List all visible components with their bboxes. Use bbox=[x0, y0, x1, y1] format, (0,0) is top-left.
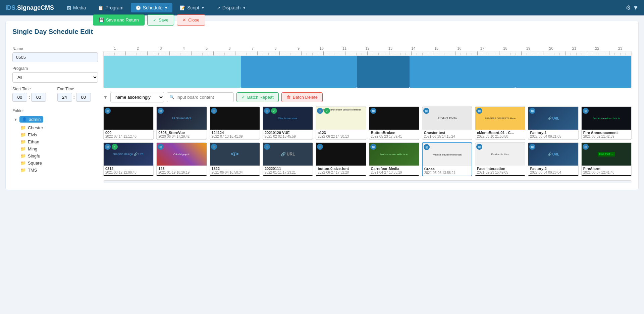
media-card-factory1[interactable]: ⊞ 🔗 URL Factory-1 2022-05-04 09:21:05 bbox=[528, 106, 578, 140]
media-card-carrefour[interactable]: ⊞ Nature scene with face Carrefour-Media… bbox=[369, 142, 419, 176]
top-navigation: iDS.SignageCMS 🖼 Media 📋 Program 🕐 Sched… bbox=[0, 0, 644, 15]
settings-gear-icon[interactable]: ⚙ ▼ bbox=[626, 4, 639, 11]
media-card-faceinteraction[interactable]: ⊞ Product bottles Face Interaction 2021-… bbox=[475, 142, 525, 176]
ru57 bbox=[412, 53, 417, 55]
media-icon: 🖼 bbox=[67, 5, 71, 10]
close-button[interactable]: ✕ Close bbox=[177, 14, 205, 26]
media-info-factory1: Factory-1 2022-05-04 09:21:05 bbox=[528, 130, 578, 139]
hour-14: 14 bbox=[402, 46, 425, 50]
media-name-faceinteraction: Face Interaction bbox=[477, 167, 523, 171]
timeline-segment-4[interactable] bbox=[410, 56, 515, 88]
start-hour-input[interactable] bbox=[12, 93, 27, 102]
green-badge-icon-0312: ✓ bbox=[113, 145, 116, 148]
media-thumb-faceinteraction: Product bottles bbox=[475, 143, 525, 166]
program-select[interactable]: All bbox=[12, 72, 98, 83]
end-minute-input[interactable] bbox=[76, 93, 91, 102]
ru75 bbox=[511, 53, 516, 55]
media-card-factory2[interactable]: ⊞ 🔗 URL Factory-2 2022-05-04 09:26:04 bbox=[528, 142, 578, 176]
media-name-buttonbroken: ButtonBroken bbox=[371, 131, 417, 135]
timeline-segment-1[interactable] bbox=[104, 56, 241, 88]
media-name-cross: Cross bbox=[424, 167, 470, 171]
media-name-fireannouncement: Fire Announcement bbox=[583, 131, 630, 135]
ru74 bbox=[505, 53, 511, 55]
admin-user-icon: 👤 bbox=[22, 117, 27, 122]
nav-media[interactable]: 🖼 Media bbox=[62, 3, 91, 12]
media-card-20220111[interactable]: ⊞ 🔗 URL 20220111 2022-01-11 17:23:21 bbox=[263, 142, 313, 176]
tree-item-singfu[interactable]: 📁 Singfu bbox=[19, 152, 98, 160]
nav-program[interactable]: 📋 Program bbox=[93, 3, 128, 12]
media-date-carrefour: 2021-04-27 13:55:19 bbox=[371, 171, 417, 174]
media-card-124124[interactable]: ⊞ 124124 2022-07-13 16:41:09 bbox=[210, 106, 260, 140]
search-container: 🔍 bbox=[167, 92, 234, 102]
media-card-vue[interactable]: ⊞ ✓ Win Screenshot 20210120 VUE 2021-02-… bbox=[263, 106, 313, 140]
tree-item-ethan[interactable]: 📁 Ethan bbox=[19, 138, 98, 145]
ru8 bbox=[142, 51, 148, 55]
ru87 bbox=[577, 53, 582, 55]
ru95 bbox=[621, 53, 626, 55]
windows-icon-3: ⊞ bbox=[213, 109, 215, 113]
batch-delete-button[interactable]: 🗑 Batch Delete bbox=[281, 92, 323, 102]
media-card-emenuboard[interactable]: ⊞ BURGERS DESSERTS Menu eMenuBoard-01 - … bbox=[475, 106, 525, 140]
search-input[interactable] bbox=[167, 92, 234, 102]
media-date-000: 2022-07-14 11:12:40 bbox=[105, 135, 152, 138]
ru14 bbox=[175, 53, 180, 55]
tree-item-admin[interactable]: 👤 admin bbox=[19, 116, 43, 123]
media-card-1322[interactable]: ⊞ </> 1322 2021-06-04 16:50:34 bbox=[210, 142, 260, 176]
horizontal-scrollbar[interactable] bbox=[103, 180, 632, 183]
ru3 bbox=[115, 53, 120, 55]
media-thumb-chestertest: Product Photo bbox=[422, 107, 472, 130]
tree-item-chester[interactable]: 📁 Chester bbox=[19, 124, 98, 131]
name-input[interactable] bbox=[12, 52, 98, 62]
ru73 bbox=[499, 53, 505, 55]
close-x-icon: ✕ bbox=[182, 17, 186, 23]
batch-repeat-button[interactable]: ✓ Batch Repeat bbox=[236, 92, 279, 102]
media-card-000[interactable]: ⊞ 000 2022-07-14 11:12:40 bbox=[103, 106, 154, 140]
tree-item-elvis[interactable]: 📁 Elvis bbox=[19, 131, 98, 138]
tree-item-tms[interactable]: 📁 TMS bbox=[19, 167, 98, 174]
tree-collapse-toggle[interactable]: ▼ 👤 admin bbox=[12, 115, 98, 124]
ru52 bbox=[384, 51, 389, 55]
start-minute-input[interactable] bbox=[31, 93, 46, 102]
nav-schedule[interactable]: 🕐 Schedule ▼ bbox=[131, 3, 172, 12]
folder-ethan-icon: 📁 bbox=[20, 139, 26, 144]
timeline-segment-2[interactable] bbox=[241, 56, 357, 88]
ru93 bbox=[609, 53, 615, 55]
sort-select[interactable]: name ascendingly bbox=[110, 92, 164, 102]
close-label: Close bbox=[188, 17, 199, 23]
tree-item-ming[interactable]: 📁 Ming bbox=[19, 145, 98, 152]
media-card-chestertest[interactable]: ⊞ Product Photo Chester test 2021-06-15 … bbox=[422, 106, 472, 140]
url-content-14: 🔗 URL bbox=[281, 152, 295, 156]
media-date-faceinteraction: 2021-02-23 15:49:05 bbox=[477, 171, 523, 174]
media-card-0312[interactable]: ⊞ ✓ Graphic design 🔗 URL 0312 2021-03-12… bbox=[103, 142, 154, 176]
timeline-segment-3[interactable] bbox=[357, 56, 410, 88]
123-content: Colorful graphic bbox=[173, 153, 190, 155]
tree-item-square[interactable]: 📁 Square bbox=[19, 160, 98, 167]
timeline-bar[interactable] bbox=[103, 51, 632, 88]
timeline-segment-5[interactable] bbox=[515, 56, 631, 88]
media-card-firealarm[interactable]: ⊞ Fire Exit → FireAlarm 2021-06-07 12:41… bbox=[581, 142, 632, 176]
ru10 bbox=[153, 53, 159, 55]
hour-8: 8 bbox=[264, 46, 287, 50]
ru54 bbox=[395, 53, 400, 55]
windows-icon-17: ⊞ bbox=[425, 145, 428, 149]
start-time-group: Start Time : bbox=[12, 87, 53, 102]
media-card-buttonbroken[interactable]: ⊞ ButtonBroken 2022-05-23 17:59:41 bbox=[369, 106, 419, 140]
media-card-storevue[interactable]: ⊞ UI Screenshot 0603_StoreVue 2020-06-04… bbox=[156, 106, 207, 140]
media-card-123[interactable]: ⊞ Colorful graphic 123 2021-01-19 18:16:… bbox=[156, 142, 207, 176]
ru21 bbox=[214, 53, 219, 55]
media-card-fireannouncement[interactable]: ⊞ ∿∿∿ waveform ∿∿∿ Fire Announcement 202… bbox=[581, 106, 632, 140]
media-info-123: 123 2021-01-19 18:16:19 bbox=[157, 166, 206, 175]
hour-22: 22 bbox=[586, 46, 608, 50]
save-and-return-button[interactable]: 💾 Save and Return bbox=[93, 14, 145, 26]
media-info-storevue: 0603_StoreVue 2020-06-04 17:29:42 bbox=[157, 130, 206, 139]
media-card-cross[interactable]: ⊞ Website preview thumbnails Cross 2021-… bbox=[422, 142, 472, 176]
save-button[interactable]: ✓ Save bbox=[147, 14, 174, 26]
media-thumb-cross: Website preview thumbnails bbox=[423, 143, 472, 166]
nav-dispatch[interactable]: ↗ Dispatch ▼ bbox=[212, 3, 251, 12]
media-card-buttonfont[interactable]: ⊞ button-0-size-font 2022-06-27 17:32:20 bbox=[316, 142, 366, 176]
media-thumb-fireannouncement: ∿∿∿ waveform ∿∿∿ bbox=[582, 107, 631, 130]
chestertest-content: Product Photo bbox=[437, 117, 457, 120]
nav-script[interactable]: 📝 Script ▼ bbox=[175, 3, 209, 12]
end-hour-input[interactable] bbox=[57, 93, 72, 102]
media-card-a123[interactable]: ⊞ ✓ Chinese text content cartoon charact… bbox=[316, 106, 366, 140]
